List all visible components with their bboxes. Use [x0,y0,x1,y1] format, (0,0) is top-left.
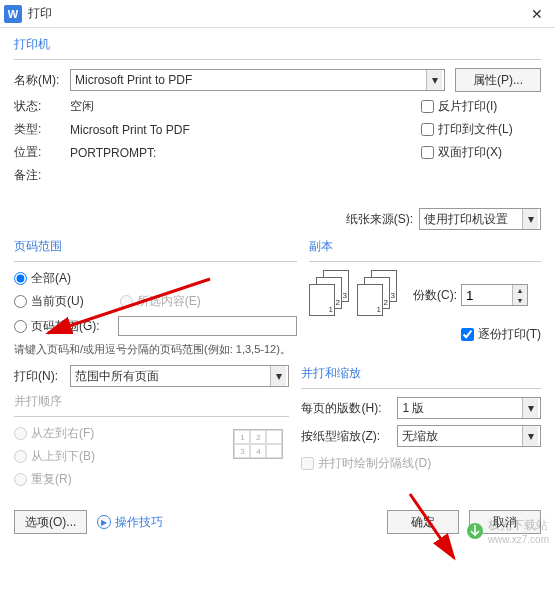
reverse-checkbox[interactable]: 反片打印(I) [421,98,541,115]
range-hint: 请键入页码和/或用逗号分隔的页码范围(例如: 1,3,5-12)。 [14,342,297,357]
range-legend: 页码范围 [14,238,297,255]
range-pages-radio[interactable]: 页码范围(G): [14,318,118,335]
duplex-checkbox[interactable]: 双面打印(X) [421,144,541,161]
comment-label: 备注: [14,167,70,184]
app-icon: W [4,5,22,23]
order-preview-grid: 1234 [233,429,283,494]
caret-down-icon: ▾ [270,366,286,386]
order-repeat-radio: 重复(R) [14,471,95,488]
where-label: 位置: [14,144,70,161]
status-label: 状态: [14,98,70,115]
name-label: 名称(M): [14,72,70,89]
printer-name-select[interactable]: Microsoft Print to PDF ▾ [70,69,445,91]
type-label: 类型: [14,121,70,138]
ok-button[interactable]: 确定 [387,510,459,534]
per-page-select[interactable]: 1 版 ▾ [397,397,541,419]
copies-input[interactable] [462,285,512,305]
paper-source-label: 纸张来源(S): [346,211,413,228]
range-current-radio[interactable]: 当前页(U) [14,293,84,310]
copies-label: 份数(C): [413,287,457,304]
collate-icon: 3 2 1 3 2 1 [309,270,399,320]
order-tb-radio: 从上到下(B) [14,448,95,465]
order-legend: 并打顺序 [14,393,289,410]
footer: 选项(O)... ▶ 操作技巧 确定 取消 [0,502,555,542]
window-title: 打印 [28,5,523,22]
caret-down-icon: ▾ [522,426,538,446]
close-icon[interactable]: ✕ [523,0,551,28]
print-what-select[interactable]: 范围中所有页面 ▾ [70,365,289,387]
collate-checkbox[interactable]: 逐份打印(T) [461,326,541,343]
per-page-label: 每页的版数(H): [301,400,397,417]
spin-up-icon[interactable]: ▲ [513,285,527,295]
paper-source-select[interactable]: 使用打印机设置 ▾ [419,208,541,230]
order-lr-radio: 从左到右(F) [14,425,95,442]
printer-section: 打印机 名称(M): Microsoft Print to PDF ▾ 属性(P… [14,36,541,230]
options-button[interactable]: 选项(O)... [14,510,87,534]
scale-select[interactable]: 无缩放 ▾ [397,425,541,447]
range-all-radio[interactable]: 全部(A) [14,270,297,287]
type-value: Microsoft Print To PDF [70,123,190,137]
properties-button[interactable]: 属性(P)... [455,68,541,92]
range-selection-radio: 所选内容(E) [120,293,201,310]
range-pages-input[interactable] [118,316,297,336]
cancel-button[interactable]: 取消 [469,510,541,534]
copies-legend: 副本 [309,238,541,255]
caret-down-icon: ▾ [426,70,442,90]
print-what-label: 打印(N): [14,368,70,385]
play-icon: ▶ [97,515,111,529]
print-to-file-checkbox[interactable]: 打印到文件(L) [421,121,541,138]
spin-down-icon[interactable]: ▼ [513,295,527,305]
scale-label: 按纸型缩放(Z): [301,428,397,445]
caret-down-icon: ▾ [522,398,538,418]
caret-down-icon: ▾ [522,209,538,229]
printer-heading: 打印机 [14,36,541,53]
draw-lines-checkbox: 并打时绘制分隔线(D) [301,455,541,472]
titlebar: W 打印 ✕ [0,0,555,28]
where-value: PORTPROMPT: [70,146,156,160]
copies-spinner[interactable]: ▲▼ [461,284,528,306]
status-value: 空闲 [70,98,94,115]
printer-name-value: Microsoft Print to PDF [75,73,192,87]
scale-legend: 并打和缩放 [301,365,541,382]
tips-link[interactable]: ▶ 操作技巧 [97,514,163,531]
